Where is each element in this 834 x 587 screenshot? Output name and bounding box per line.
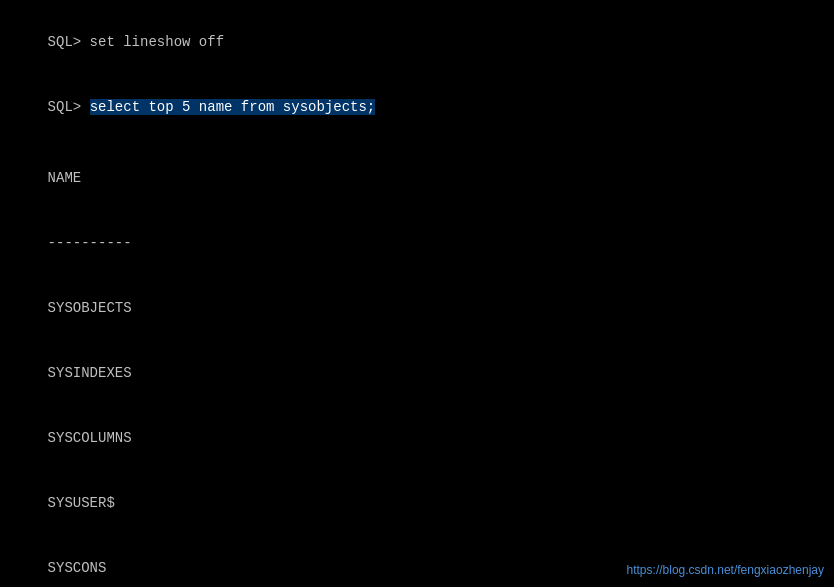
row-2: SYSINDEXES xyxy=(14,341,820,406)
val-3: SYSCOLUMNS xyxy=(48,430,132,446)
line-2: SQL> select top 5 name from sysobjects; xyxy=(14,75,820,140)
row-4: SYSUSER$ xyxy=(14,471,820,536)
row-3: SYSCOLUMNS xyxy=(14,406,820,471)
val-2: SYSINDEXES xyxy=(48,365,132,381)
prompt-2: SQL> xyxy=(48,99,90,115)
watermark: https://blog.csdn.net/fengxiaozhenjay xyxy=(627,563,824,577)
val-5: SYSCONS xyxy=(48,560,107,576)
row-5: SYSCONS xyxy=(14,537,820,588)
terminal: SQL> set lineshow off SQL> select top 5 … xyxy=(0,0,834,587)
prompt-1: SQL> set lineshow off xyxy=(48,34,224,50)
val-1: SYSOBJECTS xyxy=(48,300,132,316)
row-1: SYSOBJECTS xyxy=(14,276,820,341)
val-4: SYSUSER$ xyxy=(48,495,115,511)
line-1: SQL> set lineshow off xyxy=(14,10,820,75)
col-name-header: NAME xyxy=(48,170,82,186)
sep-1: ---------- xyxy=(48,235,132,251)
separator-1: ---------- xyxy=(14,211,820,276)
header-name: NAME xyxy=(14,146,820,211)
cmd-2: select top 5 name from sysobjects; xyxy=(90,99,376,115)
